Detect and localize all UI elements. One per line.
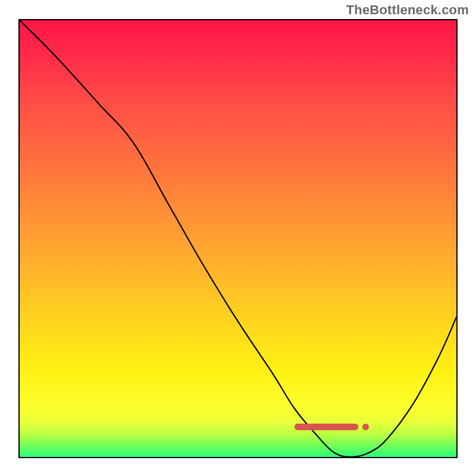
optimal-marker-strip [295,424,369,431]
chart-stage: TheBottleneck.com [0,0,476,476]
plot-frame [18,19,458,458]
curve-path [20,20,456,457]
watermark-text: TheBottleneck.com [346,2,469,18]
optimal-marker-dot [362,424,369,430]
optimal-marker-bar [295,424,358,430]
bottleneck-curve [20,20,456,457]
